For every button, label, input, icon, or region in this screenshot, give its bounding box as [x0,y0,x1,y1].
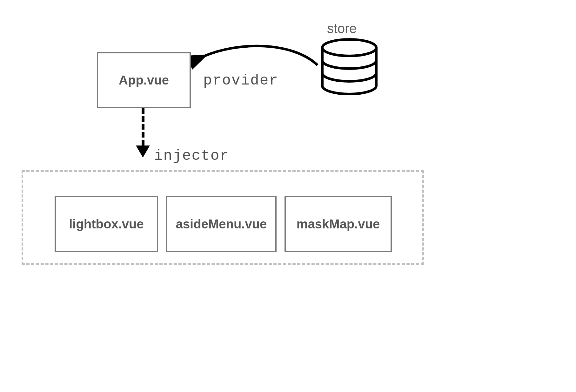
store-caption: store [327,21,357,36]
store-to-app-arrow [191,38,324,73]
database-icon [318,38,381,98]
injector-label: injector [154,148,229,164]
injector-arrow-line [142,108,144,145]
app-vue-node: App.vue [97,52,191,108]
svg-point-0 [322,39,376,56]
lightbox-vue-node: lightbox.vue [55,196,158,252]
provider-label: provider [203,72,278,89]
injector-arrow-head [136,145,150,158]
lightbox-vue-label: lightbox.vue [69,217,144,231]
maskmap-vue-node: maskMap.vue [285,196,392,252]
asidemenu-vue-label: asideMenu.vue [176,217,267,231]
asidemenu-vue-node: asideMenu.vue [166,196,277,252]
maskmap-vue-label: maskMap.vue [297,217,380,231]
app-vue-label: App.vue [119,73,169,87]
